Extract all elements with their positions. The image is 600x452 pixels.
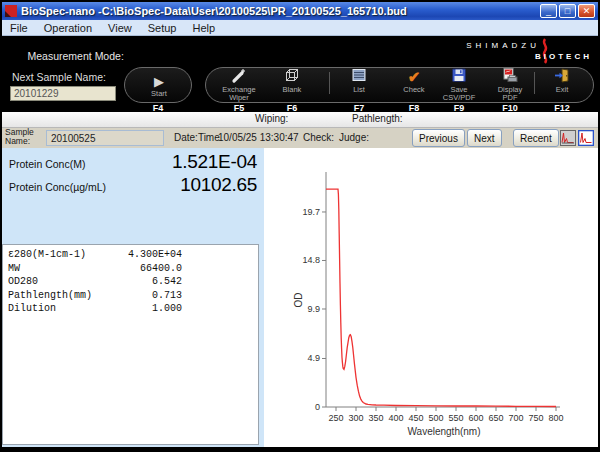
svg-text:700: 700 [508,413,523,423]
recent-button[interactable]: Recent [513,129,559,147]
maximize-button[interactable]: □ [559,4,576,18]
sample-name-input[interactable] [46,130,164,146]
app-window: BioSpec-nano -C:\BioSpec-Data\User\20100… [0,0,600,452]
spectrum-plot: 04.99.914.819.72503003504004505005506006… [264,148,598,447]
mode-header: Measurement Mode: Protein Quantitation M… [2,36,598,64]
window-title: BioSpec-nano -C:\BioSpec-Data\User\20100… [21,5,540,17]
start-play-icon: ▶ [129,72,189,89]
start-label: Start [129,90,189,98]
next-sample-name-input[interactable] [10,86,116,101]
protein-conc-m-label: Protein Conc(M) [9,158,85,170]
sample-name-label: Sample Name: [5,128,34,146]
param-e280-value: 4.300E+04 [120,248,182,262]
results-panel: Protein Conc(M) 1.521E-04 Protein Conc(µ… [2,148,264,447]
svg-text:550: 550 [448,413,463,423]
exit-label: Exit [532,86,592,94]
svg-text:650: 650 [488,413,503,423]
protein-conc-ug-value: 10102.65 [180,174,257,196]
svg-text:800: 800 [548,413,563,423]
table-row: MW 66400.0 [8,262,258,276]
sample-row: Sample Name: Date:Time 10/05/25 13:30:47… [2,128,598,148]
menu-view[interactable]: View [100,20,140,36]
protein-conc-m-value: 1.521E-04 [172,151,257,173]
spectrum-view-toggle-1[interactable] [560,130,576,146]
svg-text:600: 600 [468,413,483,423]
blank-label: Blank [262,86,322,94]
menu-operation[interactable]: Operation [36,20,100,36]
exit-button[interactable]: Exit [532,68,592,94]
svg-text:350: 350 [368,413,383,423]
param-dilution-label: Dilution [8,302,120,316]
wiper-icon [209,68,269,85]
main-content: Protein Conc(M) 1.521E-04 Protein Conc(µ… [2,148,598,447]
title-bar: BioSpec-nano -C:\BioSpec-Data\User\20100… [2,2,598,20]
toolbar: Next Sample Name: ▶ Start Exchange Wiper [2,64,598,112]
menu-file[interactable]: File [2,20,36,36]
brand-name: SHIMADZU [466,41,540,50]
datetime-label: Date:Time [174,132,220,143]
parameter-table: ε280(M-1cm-1) 4.300E+04 MW 66400.0 OD280… [2,244,259,445]
table-row: Pathlength(mm) 0.713 [8,289,258,303]
exchange-wiper-button[interactable]: Exchange Wiper [209,68,269,102]
close-button[interactable]: ✕ [578,4,595,18]
param-pathlength-label: Pathlength(mm) [8,289,120,303]
spectrum-view-toggle-2[interactable] [578,130,594,146]
svg-text:0: 0 [315,402,320,412]
check-field-label: Check: [303,132,334,143]
next-button[interactable]: Next [467,129,502,147]
wiping-label: Wiping: [255,113,288,124]
svg-text:400: 400 [388,413,403,423]
param-e280-label: ε280(M-1cm-1) [8,248,120,262]
param-od280-value: 6.542 [120,275,182,289]
judge-field-label: Judge: [339,132,369,143]
list-button[interactable]: List [329,68,389,94]
menu-bar: File Operation View Setup Help [2,20,598,36]
svg-text:14.8: 14.8 [302,255,320,265]
svg-text:Wavelength(nm): Wavelength(nm) [408,426,481,437]
display-pdf-button[interactable]: Display PDF [480,68,540,102]
bottom-bar [2,447,598,450]
spectrum-chart: 04.99.914.819.72503003504004505005506006… [264,148,598,447]
table-row: Dilution 1.000 [8,302,258,316]
table-row: ε280(M-1cm-1) 4.300E+04 [8,248,258,262]
table-row: OD280 6.542 [8,275,258,289]
minimize-button[interactable]: _ [540,4,557,18]
svg-text:250: 250 [328,413,343,423]
svg-text:9.9: 9.9 [307,304,320,314]
svg-text:4.9: 4.9 [307,353,320,363]
display-pdf-label: Display PDF [480,86,540,102]
exchange-wiper-label: Exchange Wiper [209,86,269,102]
status-strip: Wiping: Pathlength: [2,112,598,128]
previous-button[interactable]: Previous [412,129,465,147]
datetime-value: 10/05/25 13:30:47 [218,132,299,143]
param-mw-value: 66400.0 [120,262,182,276]
svg-text:300: 300 [348,413,363,423]
svg-text:750: 750 [528,413,543,423]
start-button[interactable]: ▶ Start [124,67,192,103]
list-icon [329,68,389,85]
svg-text:500: 500 [428,413,443,423]
param-dilution-value: 1.000 [120,302,182,316]
blank-button[interactable]: Blank [262,68,322,94]
svg-text:19.7: 19.7 [302,207,320,217]
menu-help[interactable]: Help [184,20,223,36]
app-icon [5,5,17,17]
brand-sub-name: BIOTECH [535,52,592,61]
param-pathlength-value: 0.713 [120,289,182,303]
blank-cube-icon [262,68,322,85]
list-label: List [329,86,389,94]
menu-setup[interactable]: Setup [140,20,185,36]
svg-text:OD: OD [293,293,304,308]
shimadzu-logo: SHIMADZU BIOTECH [444,38,594,64]
param-od280-label: OD280 [8,275,120,289]
pathlength-label: Pathlength: [352,113,403,124]
exit-door-icon [532,68,592,85]
next-sample-name-label: Next Sample Name: [12,71,106,83]
pdf-printer-icon [480,68,540,85]
protein-conc-ug-label: Protein Conc(µg/mL) [9,181,106,193]
svg-text:450: 450 [408,413,423,423]
param-mw-label: MW [8,262,120,276]
